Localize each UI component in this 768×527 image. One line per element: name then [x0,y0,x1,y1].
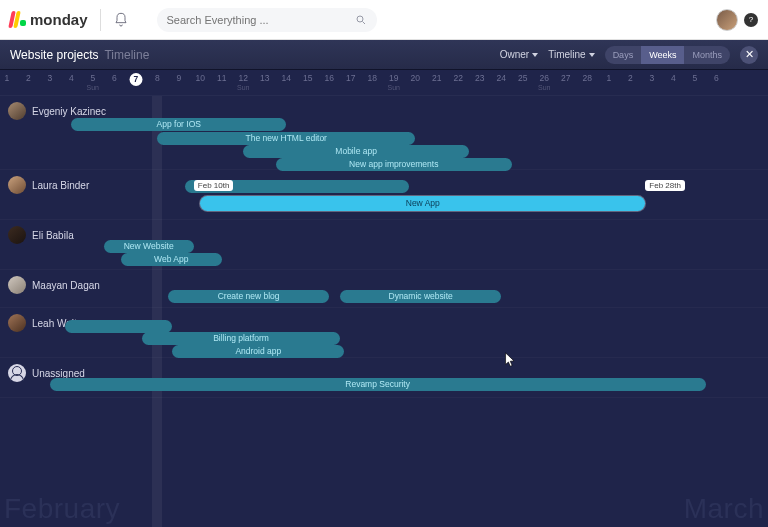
view-title: Timeline [104,48,149,62]
date-tick: 22 [454,73,463,83]
date-tag: Feb 28th [645,180,685,191]
timeline-bar[interactable]: New Website [104,240,194,253]
current-user-avatar[interactable] [716,9,738,31]
date-tick: 10 [196,73,205,83]
date-tick: 23 [475,73,484,83]
brand-name: monday [30,11,88,28]
board-title[interactable]: Website projects [10,48,98,62]
timeline-bar[interactable]: Web App [121,253,222,266]
granularity-segmented: Days Weeks Months [605,46,730,64]
date-tick: 7 [129,73,142,86]
date-tick: 15 [303,73,312,83]
date-tick: 1 [606,73,611,83]
timeline-row: Leah WaltersBilling platformAndroid app [0,308,768,358]
date-tick: 11 [217,73,226,83]
timeline-canvas[interactable]: 12345Sun6789101112Sun13141516171819Sun20… [0,70,768,527]
help-icon[interactable]: ? [744,13,758,27]
view-header: Website projects Timeline Owner Timeline… [0,40,768,70]
timeline-bar[interactable]: Android app [172,345,344,358]
date-tick: 28 [583,73,592,83]
view-selector-label: Timeline [548,49,585,60]
date-tick: 18 [368,73,377,83]
top-right: ? [716,9,758,31]
row-person-name: Maayan Dagan [32,280,100,291]
row-header[interactable]: Maayan Dagan [8,276,100,294]
row-person-name: Eli Babila [32,230,74,241]
top-bar: monday ? [0,0,768,40]
timeline-row: Eli BabilaNew WebsiteWeb App [0,220,768,270]
date-tick: 20 [411,73,420,83]
timeline-row: Laura BinderNew AppFeb 10thFeb 28th [0,170,768,220]
timeline-bar[interactable]: Billing platform [142,332,340,345]
date-ruler: 12345Sun6789101112Sun13141516171819Sun20… [0,70,768,96]
date-tick: 9 [176,73,181,83]
date-tick: 3 [649,73,654,83]
owner-filter[interactable]: Owner [500,49,538,60]
date-tick: 21 [432,73,441,83]
date-tick: 14 [282,73,291,83]
date-tick: 1 [4,73,9,83]
timeline-bar[interactable]: Create new blog [168,290,329,303]
avatar [8,102,26,120]
granularity-months[interactable]: Months [684,46,730,64]
avatar [8,176,26,194]
timeline-bar[interactable]: Revamp Security [50,378,706,391]
avatar [8,314,26,332]
avatar [8,226,26,244]
date-tick: 2 [26,73,31,83]
date-tick: 25 [518,73,527,83]
timeline-row: Evgeniy KazinecApp for IOSThe new HTML e… [0,96,768,170]
global-search[interactable] [157,8,377,32]
date-tick: 27 [561,73,570,83]
date-tick: 17 [346,73,355,83]
brand-logo[interactable]: monday [10,11,88,28]
search-icon [355,14,367,26]
date-tick: 26Sun [538,73,550,91]
date-tick: 4 [69,73,74,83]
timeline-row: Maayan DaganCreate new blogDynamic websi… [0,270,768,308]
timeline-bar[interactable]: Mobile app [243,145,469,158]
date-tick: 24 [497,73,506,83]
notifications-icon[interactable] [113,12,129,28]
owner-filter-label: Owner [500,49,529,60]
brand-logomark [10,11,26,28]
row-person-name: Laura Binder [32,180,89,191]
date-tick: 19Sun [388,73,400,91]
separator [100,9,101,31]
close-icon[interactable]: ✕ [740,46,758,64]
date-tick: 8 [155,73,160,83]
avatar [8,276,26,294]
date-tick: 5Sun [87,73,99,91]
chevron-down-icon [532,53,538,57]
date-tick: 4 [671,73,676,83]
search-input[interactable] [167,14,355,26]
timeline-bar[interactable]: The new HTML editor [157,132,415,145]
timeline-bar[interactable]: Dynamic website [340,290,501,303]
chevron-down-icon [589,53,595,57]
date-tick: 3 [47,73,52,83]
svg-point-0 [357,16,363,22]
row-header[interactable]: Eli Babila [8,226,74,244]
granularity-days[interactable]: Days [605,46,642,64]
timeline-bar[interactable]: App for IOS [71,118,286,131]
row-person-name: Evgeniy Kazinec [32,106,106,117]
date-tick: 12Sun [237,73,249,91]
date-tag: Feb 10th [194,180,234,191]
timeline-row: UnassignedRevamp Security [0,358,768,398]
row-person-name: Unassigned [32,368,85,379]
date-tick: 6 [714,73,719,83]
date-tick: 13 [260,73,269,83]
granularity-weeks[interactable]: Weeks [641,46,684,64]
date-tick: 6 [112,73,117,83]
timeline-bar[interactable]: New App [200,196,645,211]
date-tick: 5 [692,73,697,83]
date-tick: 2 [628,73,633,83]
row-header[interactable]: Laura Binder [8,176,89,194]
avatar [8,364,26,382]
view-selector[interactable]: Timeline [548,49,594,60]
date-tick: 16 [325,73,334,83]
